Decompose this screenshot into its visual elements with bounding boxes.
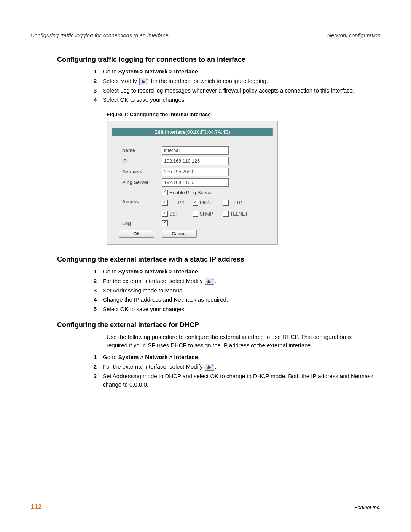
steps-list-1: 1Go to System > Network > Interface.2Sel…	[30, 67, 381, 104]
https-checkbox[interactable]	[162, 200, 168, 206]
log-label: Log	[122, 221, 162, 226]
http-label: HTTP	[230, 200, 242, 206]
step-text: Select Modify for the interface for whic…	[103, 77, 381, 85]
telnet-label: TELNET	[230, 211, 248, 217]
steps-list-2: 1Go to System > Network > Interface.2For…	[30, 267, 381, 313]
dialog-mac: (00:10:F3:04:7A:4B)	[186, 129, 230, 135]
header-left: Configuring traffic logging for connecti…	[30, 32, 169, 38]
name-label: Name	[122, 148, 162, 153]
section-title-2: Configuring the external interface with …	[57, 256, 381, 264]
netmask-label: Netmask	[122, 169, 162, 174]
ok-button[interactable]: OK	[119, 230, 154, 238]
snmp-label: SNMP	[200, 211, 213, 217]
screenshot-figure: Edit Interface(00:10:F3:04:7A:4B) Name I…	[107, 121, 278, 245]
step-number: 1	[30, 67, 103, 76]
https-label: HTTPS	[169, 200, 184, 206]
step-number: 4	[30, 96, 103, 104]
ping-server-input[interactable]	[162, 178, 229, 187]
step-number: 1	[30, 267, 103, 276]
step-text: Select OK to save your changes.	[103, 305, 381, 313]
enable-ping-label: Enable Ping Server	[169, 190, 212, 195]
modify-icon	[205, 364, 214, 371]
ssh-checkbox[interactable]	[162, 211, 168, 217]
dialog-title: Edit Interface	[154, 129, 185, 135]
header-right: Network configuration	[327, 32, 381, 38]
log-checkbox[interactable]	[162, 220, 168, 226]
step-text: Set Addressing mode to Manual.	[103, 286, 381, 295]
steps-list-3: 1Go to System > Network > Interface.2For…	[30, 353, 381, 388]
netmask-input[interactable]	[162, 168, 229, 176]
ssh-label: SSH	[169, 211, 179, 217]
section-title-3: Configuring the external interface for D…	[57, 321, 381, 329]
step-number: 5	[30, 305, 103, 313]
step-number: 4	[30, 296, 103, 304]
ping-checkbox[interactable]	[193, 200, 198, 206]
step-text: For the external interface, select Modif…	[103, 277, 381, 285]
ip-input[interactable]	[162, 157, 229, 165]
step-number: 3	[30, 372, 103, 389]
access-label: Access	[122, 199, 162, 204]
section3-intro: Use the following procedure to configure…	[107, 333, 381, 350]
step-number: 3	[30, 86, 103, 95]
dialog-title-bar: Edit Interface(00:10:F3:04:7A:4B)	[112, 128, 273, 136]
company-name: Fortinet Inc.	[354, 505, 381, 510]
step-text: Select Log to record log messages whenev…	[103, 86, 381, 95]
page-number: 112	[30, 503, 42, 511]
step-text: Go to System > Network > Interface.	[103, 267, 381, 276]
step-number: 2	[30, 77, 103, 85]
modify-icon	[205, 278, 214, 285]
step-text: Set Addressing mode to DHCP and select O…	[103, 372, 381, 389]
modify-icon	[139, 78, 148, 85]
snmp-checkbox[interactable]	[193, 211, 198, 217]
step-number: 3	[30, 286, 103, 295]
http-checkbox[interactable]	[223, 200, 229, 206]
step-number: 1	[30, 353, 103, 361]
ping-server-label: Ping Server	[122, 180, 162, 185]
step-text: Go to System > Network > Interface.	[103, 67, 381, 76]
step-text: For the external interface, select Modif…	[103, 363, 381, 371]
running-header: Configuring traffic logging for connecti…	[30, 32, 381, 40]
ping-label: PING	[200, 200, 211, 206]
telnet-checkbox[interactable]	[223, 211, 229, 217]
section-title-1: Configuring traffic logging for connecti…	[57, 56, 381, 64]
ip-label: IP	[122, 158, 162, 164]
step-text: Go to System > Network > Interface.	[103, 353, 381, 361]
step-number: 2	[30, 277, 103, 285]
name-input[interactable]	[162, 146, 229, 155]
enable-ping-checkbox[interactable]	[162, 190, 168, 195]
step-number: 2	[30, 363, 103, 371]
step-text: Select OK to save your changes.	[103, 96, 381, 104]
figure-caption: Figure 1: Configuring the internal inter…	[107, 112, 381, 117]
cancel-button[interactable]: Cancel	[162, 230, 197, 238]
step-text: Change the IP address and Netmask as req…	[103, 296, 381, 304]
